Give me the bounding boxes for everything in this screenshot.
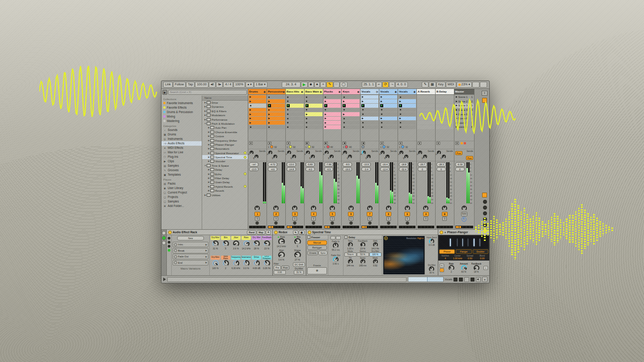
browser-list-item-pitch-modulation[interactable]: ▼Pitch & Modulation	[202, 122, 248, 126]
clip-play-icon[interactable]	[250, 96, 251, 98]
toggle-io-icon[interactable]: ◦	[483, 200, 487, 204]
stop-all-clips-button[interactable]	[418, 142, 421, 145]
solo-button[interactable]: S	[292, 217, 297, 221]
search-input[interactable]	[168, 90, 247, 95]
send-a-knob[interactable]	[343, 151, 347, 155]
sidebar-item-samples[interactable]: ▢Samples	[161, 199, 202, 204]
scene-play-icon[interactable]	[456, 126, 458, 128]
phaser-notch-display[interactable]	[439, 236, 488, 248]
clip-slot[interactable]	[361, 125, 378, 129]
record-button[interactable]: ●	[314, 82, 320, 88]
track-volume-field[interactable]: -7.89	[324, 162, 334, 167]
browser-list-item-delay[interactable]: ▶Delay	[202, 168, 248, 172]
browser-list-item-performance[interactable]: ▶Performance	[202, 117, 248, 121]
clip-stop-icon[interactable]	[287, 101, 288, 102]
track-gain-field[interactable]: 0	[455, 167, 465, 172]
clip-slot[interactable]	[361, 121, 378, 125]
scene-play-icon[interactable]	[456, 114, 458, 115]
stop-all-clips-icon[interactable]	[482, 193, 487, 198]
sidebar-item-user-library[interactable]: ◉User Library	[161, 186, 202, 190]
redux-save-icon[interactable]: ▦	[299, 230, 305, 235]
track-activator-4[interactable]: 4	[311, 212, 317, 216]
clip-slot[interactable]	[342, 112, 360, 116]
stop-all-clips-button[interactable]	[249, 142, 253, 145]
pan-knob[interactable]	[386, 206, 391, 211]
clip-slot[interactable]	[305, 125, 322, 129]
variation-launch-icon[interactable]: ▶	[206, 261, 207, 264]
speaker-icon[interactable]	[476, 277, 481, 282]
track-activator-5[interactable]: 5	[330, 212, 335, 216]
browser-list-item-spectral-resonator[interactable]: ▶Spectral Resonator	[202, 151, 248, 155]
clip-stop-icon[interactable]	[400, 114, 401, 115]
clip-slot[interactable]	[436, 104, 453, 108]
scene-slot-scene-5[interactable]: Scene 55	[455, 112, 474, 116]
browser-list-item-utilities[interactable]: ▶Utilities	[202, 193, 248, 197]
browser-list-item-dynamics[interactable]: ▶Dynamics	[202, 105, 248, 109]
clip-slot[interactable]	[305, 95, 322, 99]
clip-slot[interactable]	[436, 112, 453, 116]
device-fold-icon[interactable]: ▼	[444, 231, 446, 234]
rack-rand-button[interactable]: Rand	[247, 230, 256, 235]
scene-play-icon[interactable]	[456, 105, 458, 106]
clip-slot[interactable]	[380, 108, 397, 112]
stop-all-clips-button[interactable]	[361, 142, 365, 145]
clip-slot[interactable]	[305, 99, 322, 103]
session-overview-icon[interactable]: ≡	[482, 91, 487, 96]
send-b-knob[interactable]	[348, 155, 352, 159]
clip-slot[interactable]	[286, 125, 304, 129]
macro-knob[interactable]	[233, 260, 239, 266]
pan-knob[interactable]	[273, 206, 279, 211]
clip-slot[interactable]	[305, 117, 322, 121]
pan-knob[interactable]	[442, 206, 447, 211]
clip-slot[interactable]	[436, 117, 453, 121]
clip-slot[interactable]	[398, 108, 416, 112]
quantize-menu[interactable]: 1 Bar ▾	[254, 82, 267, 88]
track-volume-field[interactable]: -inf	[249, 162, 258, 167]
clip-stop-icon[interactable]	[250, 126, 251, 128]
drywet-knob[interactable]	[429, 266, 434, 272]
feedback-knob[interactable]	[474, 265, 479, 271]
jitter-knob[interactable]	[278, 252, 285, 258]
chain-device-icon[interactable]	[459, 278, 463, 282]
clip-slot[interactable]	[417, 125, 435, 129]
clip-stop-icon[interactable]	[362, 122, 364, 123]
clip-play-icon[interactable]	[250, 118, 251, 119]
track-gain-field[interactable]: -32.4	[399, 167, 408, 172]
clip-play-icon[interactable]	[399, 118, 401, 119]
clip-slot[interactable]	[398, 117, 416, 121]
device-on-led[interactable]	[168, 231, 172, 234]
pan-knob[interactable]	[348, 206, 354, 211]
solo-button[interactable]: S	[424, 217, 428, 221]
overdub-button[interactable]: +	[320, 82, 326, 88]
clip-slot[interactable]	[380, 117, 397, 121]
send-a-knob[interactable]	[250, 151, 254, 155]
clip-slot[interactable]	[436, 121, 453, 125]
clip-slot[interactable]	[249, 121, 266, 125]
mask-knob[interactable]	[373, 259, 378, 264]
clip-slot[interactable]	[305, 108, 322, 112]
freezer-sync-button[interactable]: Sync	[318, 251, 327, 255]
clip-play-icon[interactable]	[362, 96, 364, 98]
clip-slot[interactable]	[324, 125, 341, 129]
scene-slot-scene-4[interactable]: Scene 44	[455, 108, 474, 112]
clip-slot[interactable]	[417, 121, 435, 125]
browser-list-item-reverb[interactable]: ▶Reverb	[202, 189, 248, 193]
device-on-led[interactable]	[308, 231, 311, 234]
amount-knob[interactable]	[461, 265, 467, 271]
clip-play-icon[interactable]	[381, 118, 382, 119]
clip-stop-icon[interactable]	[362, 126, 364, 128]
clip-slot[interactable]	[286, 117, 304, 121]
pan-knob[interactable]	[254, 206, 260, 211]
clip-slot[interactable]	[398, 95, 416, 99]
clip-slot[interactable]	[286, 99, 304, 103]
freezer-on-checkbox[interactable]	[307, 236, 310, 239]
variation-row-end[interactable]: End▶	[173, 260, 208, 265]
send-b-knob[interactable]	[423, 155, 427, 159]
send-b-knob[interactable]	[311, 155, 315, 159]
stop-button[interactable]: ■	[308, 82, 314, 88]
tempo-field[interactable]: 100.00	[195, 82, 208, 88]
arm-button[interactable]	[330, 221, 334, 225]
clip-play-icon[interactable]	[399, 101, 401, 102]
draw-mode-icon[interactable]: ✎	[422, 82, 428, 88]
clip-play-icon[interactable]	[325, 122, 326, 124]
